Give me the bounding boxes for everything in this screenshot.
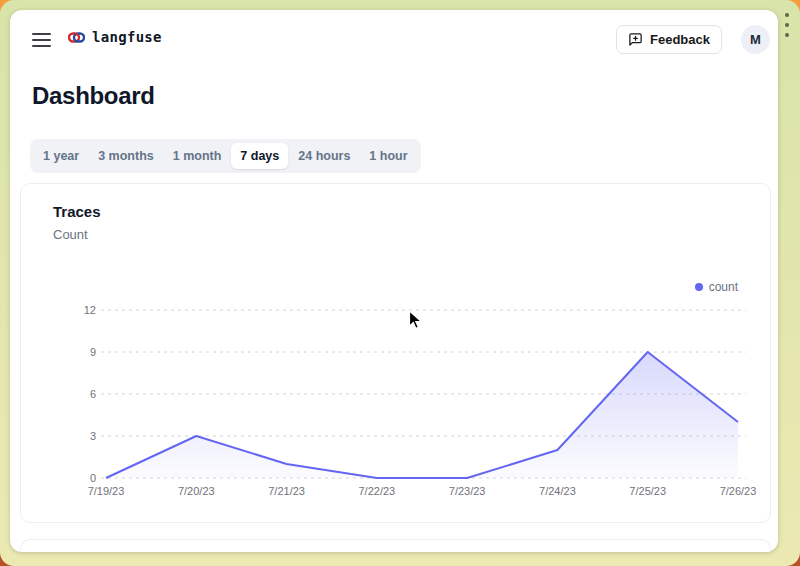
x-tick-label: 7/23/23	[449, 485, 486, 497]
app-window: langfuse Feedback M Dashboard 1 year3 mo…	[10, 10, 778, 552]
area-fill	[106, 352, 738, 478]
y-tick-label: 0	[90, 472, 96, 484]
y-tick-label: 9	[90, 346, 96, 358]
time-range-tabs: 1 year3 months1 month7 days24 hours1 hou…	[30, 139, 421, 173]
chart-legend: count	[695, 280, 738, 294]
brand-name: langfuse	[92, 29, 162, 45]
legend-dot-icon	[695, 283, 703, 291]
feedback-label: Feedback	[650, 32, 710, 47]
next-card-peek	[20, 539, 771, 552]
x-tick-label: 7/19/23	[88, 485, 125, 497]
card-subtitle: Count	[53, 227, 88, 242]
brand[interactable]: langfuse	[68, 29, 162, 45]
page-title: Dashboard	[32, 82, 155, 110]
y-tick-label: 12	[84, 304, 96, 316]
x-tick-label: 7/22/23	[359, 485, 396, 497]
tab-3-months[interactable]: 3 months	[89, 143, 163, 169]
traces-chart[interactable]: 1296307/19/237/20/237/21/237/22/237/23/2…	[81, 301, 761, 501]
x-tick-label: 7/25/23	[629, 485, 666, 497]
y-tick-label: 3	[90, 430, 96, 442]
legend-label: count	[709, 280, 738, 294]
x-tick-label: 7/21/23	[268, 485, 305, 497]
langfuse-logo-icon	[68, 31, 85, 44]
x-tick-label: 7/24/23	[539, 485, 576, 497]
tab-1-month[interactable]: 1 month	[164, 143, 231, 169]
tab-1-hour[interactable]: 1 hour	[360, 143, 416, 169]
x-tick-label: 7/26/23	[720, 485, 757, 497]
traces-card: Traces Count count 1296307/19/237/20/237…	[20, 183, 771, 523]
message-square-plus-icon	[628, 32, 643, 47]
feedback-button[interactable]: Feedback	[616, 25, 722, 54]
card-title: Traces	[53, 203, 101, 220]
tab-24-hours[interactable]: 24 hours	[289, 143, 359, 169]
tab-7-days[interactable]: 7 days	[231, 143, 288, 169]
y-tick-label: 6	[90, 388, 96, 400]
x-tick-label: 7/20/23	[178, 485, 215, 497]
user-avatar[interactable]: M	[741, 25, 770, 54]
grip-dots-icon	[785, 13, 790, 43]
tab-1-year[interactable]: 1 year	[34, 143, 88, 169]
hamburger-menu-icon[interactable]	[32, 33, 51, 51]
